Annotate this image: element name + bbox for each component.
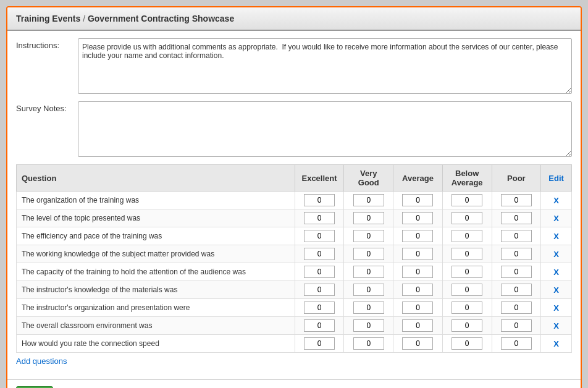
very_good-cell — [344, 245, 393, 263]
average-cell — [393, 227, 443, 245]
excellent-input[interactable] — [304, 212, 335, 224]
edit-cell: X — [541, 227, 572, 245]
below_average-input[interactable] — [452, 319, 482, 332]
below_average-input[interactable] — [452, 194, 482, 206]
very_good-cell — [344, 263, 393, 281]
survey-table-section: Question Excellent Very Good Average Bel… — [16, 164, 572, 366]
survey-notes-row: Survey Notes: — [16, 101, 572, 157]
average-input[interactable] — [402, 212, 433, 224]
poor-input[interactable] — [501, 194, 532, 206]
question-cell: The level of the topic presented was — [17, 209, 295, 227]
below_average-cell — [442, 281, 492, 299]
excellent-cell — [295, 227, 344, 245]
edit-x-button[interactable]: X — [553, 196, 559, 205]
average-input[interactable] — [402, 248, 433, 260]
poor-input[interactable] — [501, 230, 532, 242]
below_average-input[interactable] — [452, 212, 482, 224]
col-header-poor: Poor — [492, 165, 541, 192]
edit-x-button[interactable]: X — [553, 303, 559, 313]
very_good-input[interactable] — [353, 248, 384, 260]
poor-input[interactable] — [501, 248, 532, 260]
edit-cell: X — [541, 317, 572, 335]
very_good-cell — [344, 299, 393, 317]
average-input[interactable] — [402, 194, 433, 206]
below_average-input[interactable] — [452, 266, 482, 278]
poor-input[interactable] — [501, 284, 532, 296]
excellent-input[interactable] — [304, 319, 335, 332]
instructions-textarea[interactable]: Please provide us with additional commen… — [78, 38, 572, 94]
edit-x-button[interactable]: X — [553, 250, 559, 259]
excellent-input[interactable] — [304, 194, 335, 206]
excellent-input[interactable] — [304, 337, 335, 350]
below_average-cell — [442, 335, 492, 353]
edit-x-button[interactable]: X — [553, 339, 559, 348]
average-input[interactable] — [402, 337, 433, 350]
edit-x-button[interactable]: X — [553, 268, 559, 277]
below_average-cell — [442, 245, 492, 263]
very_good-input[interactable] — [353, 194, 384, 206]
very_good-input[interactable] — [353, 230, 384, 242]
excellent-cell — [295, 299, 344, 317]
excellent-cell — [295, 192, 344, 209]
excellent-cell — [295, 263, 344, 281]
edit-x-button[interactable]: X — [553, 232, 559, 241]
poor-input[interactable] — [501, 266, 532, 278]
table-row: The organization of the training wasX — [17, 192, 572, 209]
edit-x-button[interactable]: X — [553, 285, 559, 295]
below_average-cell — [442, 317, 492, 335]
col-header-excellent: Excellent — [295, 165, 344, 192]
average-input[interactable] — [402, 284, 433, 296]
excellent-cell — [295, 245, 344, 263]
very_good-input[interactable] — [353, 284, 384, 296]
question-cell: The instructor's knowledge of the materi… — [17, 281, 295, 299]
survey-table-body: The organization of the training wasXThe… — [17, 192, 572, 353]
footer-bar: Save | Cancel — [7, 379, 581, 388]
edit-cell: X — [541, 263, 572, 281]
excellent-cell — [295, 335, 344, 353]
average-cell — [393, 192, 443, 209]
very_good-input[interactable] — [353, 337, 384, 350]
average-cell — [393, 245, 443, 263]
below_average-cell — [442, 209, 492, 227]
very_good-input[interactable] — [353, 212, 384, 224]
poor-input[interactable] — [501, 337, 532, 350]
below_average-input[interactable] — [452, 230, 482, 242]
main-content: Instructions: Please provide us with add… — [7, 31, 581, 379]
poor-cell — [492, 245, 541, 263]
survey-notes-textarea[interactable] — [78, 101, 572, 157]
average-cell — [393, 281, 443, 299]
poor-input[interactable] — [501, 212, 532, 224]
excellent-input[interactable] — [304, 302, 335, 314]
excellent-input[interactable] — [304, 284, 335, 296]
edit-cell: X — [541, 335, 572, 353]
average-input[interactable] — [402, 319, 433, 332]
very_good-input[interactable] — [353, 266, 384, 278]
average-input[interactable] — [402, 230, 433, 242]
poor-input[interactable] — [501, 319, 532, 332]
add-questions-link[interactable]: Add questions — [16, 356, 67, 366]
average-cell — [393, 209, 443, 227]
below_average-cell — [442, 299, 492, 317]
excellent-input[interactable] — [304, 230, 335, 242]
very_good-input[interactable] — [353, 319, 384, 332]
excellent-input[interactable] — [304, 248, 335, 260]
below_average-input[interactable] — [452, 302, 482, 314]
poor-cell — [492, 299, 541, 317]
question-cell: The capacity of the training to hold the… — [17, 263, 295, 281]
below_average-input[interactable] — [452, 284, 482, 296]
average-cell — [393, 317, 443, 335]
breadcrumb-part1: Training Events — [16, 14, 80, 23]
edit-x-button[interactable]: X — [553, 214, 559, 223]
edit-x-button[interactable]: X — [553, 321, 559, 331]
table-row: The capacity of the training to hold the… — [17, 263, 572, 281]
breadcrumb: Training Events / Government Contracting… — [16, 14, 234, 23]
excellent-input[interactable] — [304, 266, 335, 278]
poor-input[interactable] — [501, 302, 532, 314]
below_average-input[interactable] — [452, 337, 482, 350]
average-input[interactable] — [402, 302, 433, 314]
below_average-cell — [442, 192, 492, 209]
below_average-input[interactable] — [452, 248, 482, 260]
average-input[interactable] — [402, 266, 433, 278]
poor-cell — [492, 335, 541, 353]
very_good-input[interactable] — [353, 302, 384, 314]
